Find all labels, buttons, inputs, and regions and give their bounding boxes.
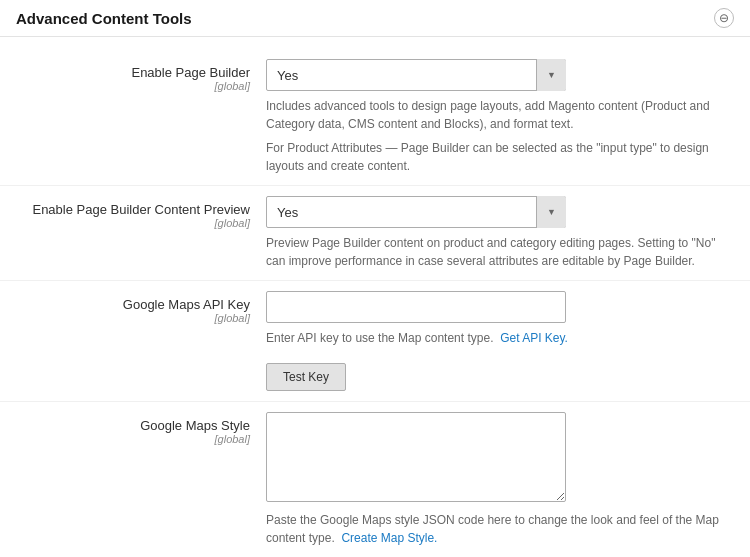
google-maps-style-label: Google Maps Style (140, 418, 250, 433)
page-header: Advanced Content Tools ⊖ (0, 0, 750, 37)
google-maps-style-desc-text: Paste the Google Maps style JSON code he… (266, 513, 719, 545)
google-maps-style-scope: [global] (16, 433, 250, 445)
google-maps-style-label-col: Google Maps Style [global] (16, 412, 266, 445)
enable-page-builder-select[interactable]: Yes No (266, 59, 566, 91)
google-maps-style-row: Google Maps Style [global] Paste the Goo… (0, 402, 750, 557)
enable-preview-label: Enable Page Builder Content Preview (32, 202, 250, 217)
google-maps-api-key-desc-text: Enter API key to use the Map content typ… (266, 331, 493, 345)
google-maps-style-desc: Paste the Google Maps style JSON code he… (266, 511, 726, 547)
google-maps-style-textarea[interactable] (266, 412, 566, 502)
enable-preview-scope: [global] (16, 217, 250, 229)
enable-page-builder-field: Yes No Includes advanced tools to design… (266, 59, 734, 175)
content-area: Enable Page Builder [global] Yes No Incl… (0, 37, 750, 557)
enable-preview-label-col: Enable Page Builder Content Preview [glo… (16, 196, 266, 229)
enable-page-builder-label-col: Enable Page Builder [global] (16, 59, 266, 92)
enable-page-builder-desc1: Includes advanced tools to design page l… (266, 97, 726, 133)
page-title: Advanced Content Tools (16, 10, 192, 27)
enable-preview-row: Enable Page Builder Content Preview [glo… (0, 186, 750, 281)
enable-page-builder-desc2: For Product Attributes — Page Builder ca… (266, 139, 726, 175)
enable-page-builder-row: Enable Page Builder [global] Yes No Incl… (0, 49, 750, 186)
google-maps-api-key-label-col: Google Maps API Key [global] (16, 291, 266, 324)
google-maps-api-key-field: Enter API key to use the Map content typ… (266, 291, 734, 391)
google-maps-api-key-scope: [global] (16, 312, 250, 324)
google-maps-api-key-row: Google Maps API Key [global] Enter API k… (0, 281, 750, 402)
enable-preview-select[interactable]: Yes No (266, 196, 566, 228)
google-maps-style-field: Paste the Google Maps style JSON code he… (266, 412, 734, 547)
create-map-style-link[interactable]: Create Map Style. (341, 531, 437, 545)
collapse-button[interactable]: ⊖ (714, 8, 734, 28)
get-api-key-link[interactable]: Get API Key. (500, 331, 568, 345)
enable-preview-select-wrapper: Yes No (266, 196, 566, 228)
test-key-button[interactable]: Test Key (266, 363, 346, 391)
enable-page-builder-label: Enable Page Builder (131, 65, 250, 80)
enable-page-builder-select-wrapper: Yes No (266, 59, 566, 91)
google-maps-api-key-desc: Enter API key to use the Map content typ… (266, 329, 726, 347)
enable-page-builder-scope: [global] (16, 80, 250, 92)
google-maps-api-key-input[interactable] (266, 291, 566, 323)
google-maps-api-key-label: Google Maps API Key (123, 297, 250, 312)
enable-preview-desc: Preview Page Builder content on product … (266, 234, 726, 270)
enable-preview-field: Yes No Preview Page Builder content on p… (266, 196, 734, 270)
